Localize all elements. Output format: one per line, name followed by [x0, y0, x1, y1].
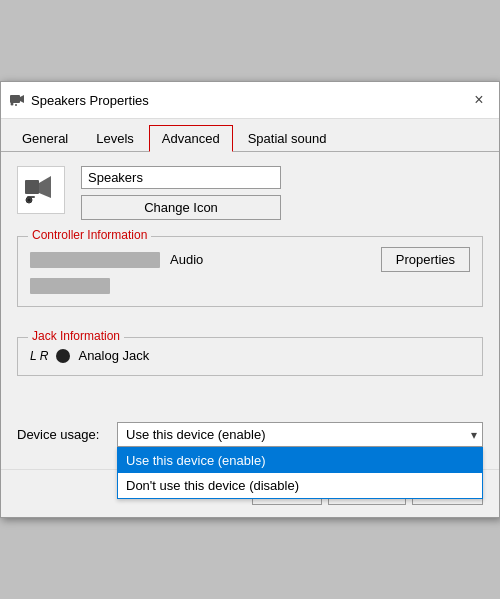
jack-type-label: Analog Jack: [78, 348, 149, 363]
svg-rect-0: [10, 95, 20, 103]
controller-bar-short: [30, 278, 110, 294]
change-icon-button[interactable]: Change Icon: [81, 195, 281, 220]
jack-row: L R Analog Jack: [30, 348, 470, 363]
tab-advanced[interactable]: Advanced: [149, 125, 233, 152]
properties-button[interactable]: Properties: [381, 247, 470, 272]
spacer2: [17, 390, 483, 406]
tab-general[interactable]: General: [9, 125, 81, 151]
device-header: Change Icon: [17, 166, 483, 220]
svg-marker-1: [20, 95, 24, 103]
tab-spatial-sound[interactable]: Spatial sound: [235, 125, 340, 151]
svg-point-2: [11, 103, 14, 106]
device-usage-row: Device usage: Use this device (enable) D…: [17, 422, 483, 447]
window-title: Speakers Properties: [31, 93, 467, 108]
dropdown-item-enable[interactable]: Use this device (enable): [118, 448, 482, 473]
jack-dot-icon: [56, 349, 70, 363]
lr-label: L R: [30, 349, 48, 363]
svg-point-8: [28, 199, 31, 202]
svg-point-3: [15, 104, 17, 106]
close-button[interactable]: ×: [467, 88, 491, 112]
tab-levels[interactable]: Levels: [83, 125, 147, 151]
tab-content: Change Icon Controller Information Audio…: [1, 152, 499, 465]
svg-marker-5: [39, 176, 51, 198]
dropdown-item-disable[interactable]: Don't use this device (disable): [118, 473, 482, 498]
device-name-input[interactable]: [81, 166, 281, 189]
device-info: Change Icon: [81, 166, 281, 220]
device-usage-label: Device usage:: [17, 427, 117, 442]
tab-bar: General Levels Advanced Spatial sound: [1, 119, 499, 152]
window-icon: [9, 92, 25, 108]
controller-section-label: Controller Information: [28, 228, 151, 242]
controller-second-row: [30, 278, 470, 294]
speakers-properties-window: Speakers Properties × General Levels Adv…: [0, 81, 500, 518]
spacer3: [17, 406, 483, 422]
device-icon-box: [17, 166, 65, 214]
controller-row: Audio Properties: [30, 247, 470, 272]
svg-rect-4: [25, 180, 39, 194]
controller-bar-long: [30, 252, 160, 268]
jack-information-section: Jack Information L R Analog Jack: [17, 337, 483, 376]
device-usage-dropdown-wrapper: Use this device (enable) Don't use this …: [117, 422, 483, 447]
title-bar: Speakers Properties ×: [1, 82, 499, 119]
device-usage-select[interactable]: Use this device (enable) Don't use this …: [117, 422, 483, 447]
device-usage-dropdown-popup: Use this device (enable) Don't use this …: [117, 447, 483, 499]
controller-information-section: Controller Information Audio Properties: [17, 236, 483, 307]
audio-label: Audio: [170, 252, 203, 267]
jack-section-label: Jack Information: [28, 329, 124, 343]
